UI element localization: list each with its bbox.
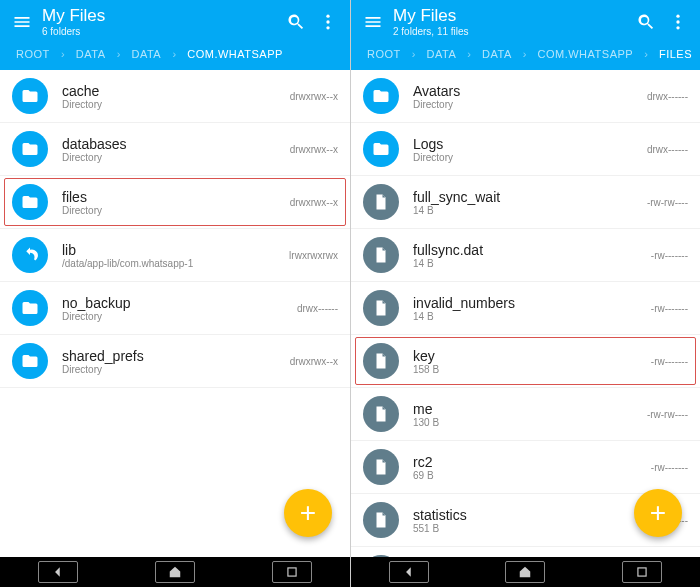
list-item[interactable]: filesDirectorydrwxrwx--x xyxy=(0,176,350,229)
list-item[interactable]: AvatarsDirectorydrwx------ xyxy=(351,70,700,123)
folder-icon xyxy=(363,131,399,167)
list-item[interactable]: cacheDirectorydrwxrwx--x xyxy=(0,70,350,123)
folder-icon xyxy=(12,343,48,379)
list-item[interactable]: LogsDirectorydrwx------ xyxy=(351,123,700,176)
crumb-whatsapp[interactable]: COM.WHATSAPP xyxy=(183,46,287,62)
app-title: My Files xyxy=(42,7,280,26)
nav-home[interactable] xyxy=(155,561,195,583)
item-permissions: drwxrwx--x xyxy=(290,197,338,208)
item-text: statistics551 B xyxy=(413,507,647,534)
item-permissions: -rw------- xyxy=(651,356,688,367)
item-name: statistics xyxy=(413,507,647,523)
item-sub: Directory xyxy=(62,205,290,216)
list-item[interactable]: shared_prefsDirectorydrwxrwx--x xyxy=(0,335,350,388)
item-text: rc269 B xyxy=(413,454,651,481)
list-item[interactable]: fullsync.dat14 B-rw------- xyxy=(351,229,700,282)
item-name: Logs xyxy=(413,136,647,152)
breadcrumb: ROOT › DATA › DATA › COM.WHATSAPP › FILE… xyxy=(351,42,700,70)
menu-icon[interactable] xyxy=(357,6,389,38)
overflow-icon[interactable] xyxy=(312,6,344,38)
list-item[interactable]: no_backupDirectorydrwx------ xyxy=(0,282,350,335)
nav-home[interactable] xyxy=(505,561,545,583)
item-text: LogsDirectory xyxy=(413,136,647,163)
list-item[interactable]: databasesDirectorydrwxrwx--x xyxy=(0,123,350,176)
crumb-whatsapp[interactable]: COM.WHATSAPP xyxy=(534,46,638,62)
item-text: me130 B xyxy=(413,401,647,428)
item-permissions: drwx------ xyxy=(647,91,688,102)
file-icon xyxy=(363,449,399,485)
svg-point-6 xyxy=(676,26,679,29)
item-sub: Directory xyxy=(62,364,290,375)
item-name: rc2 xyxy=(413,454,651,470)
item-name: invalid_numbers xyxy=(413,295,651,311)
nav-back[interactable] xyxy=(389,561,429,583)
folder-icon xyxy=(12,131,48,167)
folder-icon xyxy=(12,184,48,220)
title-block: My Files 6 folders xyxy=(38,7,280,37)
item-sub: 14 B xyxy=(413,205,647,216)
item-permissions: drwxrwx--x xyxy=(290,144,338,155)
item-sub: /data/app-lib/com.whatsapp-1 xyxy=(62,258,289,269)
item-permissions: -rw------- xyxy=(651,250,688,261)
item-permissions: drwxrwx--x xyxy=(290,91,338,102)
crumb-root[interactable]: ROOT xyxy=(363,46,405,62)
list-item[interactable]: me130 B-rw-rw---- xyxy=(351,388,700,441)
fab-add[interactable]: + xyxy=(634,489,682,537)
item-text: filesDirectory xyxy=(62,189,290,216)
crumb-files[interactable]: FILES xyxy=(655,46,696,62)
search-icon[interactable] xyxy=(280,6,312,38)
chevron-right-icon: › xyxy=(409,48,419,60)
item-permissions: drwxrwx--x xyxy=(290,356,338,367)
item-sub: 69 B xyxy=(413,470,651,481)
nav-recent[interactable] xyxy=(622,561,662,583)
file-icon xyxy=(363,343,399,379)
item-sub: 551 B xyxy=(413,523,647,534)
svg-point-2 xyxy=(326,26,329,29)
item-text: key158 B xyxy=(413,348,651,375)
list-item[interactable]: rc269 B-rw------- xyxy=(351,441,700,494)
list-item[interactable]: invalid_numbers14 B-rw------- xyxy=(351,282,700,335)
crumb-data2[interactable]: DATA xyxy=(478,46,516,62)
item-name: cache xyxy=(62,83,290,99)
list-item[interactable]: full_sync_wait14 B-rw-rw---- xyxy=(351,176,700,229)
item-sub: 130 B xyxy=(413,417,647,428)
app-bar: My Files 2 folders, 11 files ROOT › DATA… xyxy=(351,0,700,70)
item-name: no_backup xyxy=(62,295,297,311)
item-text: databasesDirectory xyxy=(62,136,290,163)
crumb-data1[interactable]: DATA xyxy=(423,46,461,62)
menu-icon[interactable] xyxy=(6,6,38,38)
folder-icon xyxy=(12,290,48,326)
item-sub: Directory xyxy=(413,99,647,110)
item-name: Avatars xyxy=(413,83,647,99)
overflow-icon[interactable] xyxy=(662,6,694,38)
item-text: fullsync.dat14 B xyxy=(413,242,651,269)
breadcrumb: ROOT › DATA › DATA › COM.WHATSAPP xyxy=(0,42,350,70)
list-item[interactable]: lib/data/app-lib/com.whatsapp-1lrwxrwxrw… xyxy=(0,229,350,282)
item-sub: 158 B xyxy=(413,364,651,375)
list-item[interactable]: sync_backoff14 B-rw------- xyxy=(351,547,700,557)
chevron-right-icon: › xyxy=(520,48,530,60)
item-text: shared_prefsDirectory xyxy=(62,348,290,375)
nav-recent[interactable] xyxy=(272,561,312,583)
file-list: cacheDirectorydrwxrwx--xdatabasesDirecto… xyxy=(0,70,350,557)
crumb-root[interactable]: ROOT xyxy=(12,46,54,62)
fab-add[interactable]: + xyxy=(284,489,332,537)
item-permissions: -rw-rw---- xyxy=(647,409,688,420)
file-icon xyxy=(363,290,399,326)
item-permissions: -rw------- xyxy=(651,462,688,473)
item-permissions: -rw-rw---- xyxy=(647,197,688,208)
search-icon[interactable] xyxy=(630,6,662,38)
item-sub: Directory xyxy=(62,311,297,322)
item-name: lib xyxy=(62,242,289,258)
item-permissions: drwx------ xyxy=(297,303,338,314)
item-permissions: drwx------ xyxy=(647,144,688,155)
android-nav-bar xyxy=(0,557,350,587)
crumb-data1[interactable]: DATA xyxy=(72,46,110,62)
item-text: no_backupDirectory xyxy=(62,295,297,322)
item-sub: Directory xyxy=(62,152,290,163)
crumb-data2[interactable]: DATA xyxy=(128,46,166,62)
item-name: files xyxy=(62,189,290,205)
nav-back[interactable] xyxy=(38,561,78,583)
chevron-right-icon: › xyxy=(169,48,179,60)
list-item[interactable]: key158 B-rw------- xyxy=(351,335,700,388)
